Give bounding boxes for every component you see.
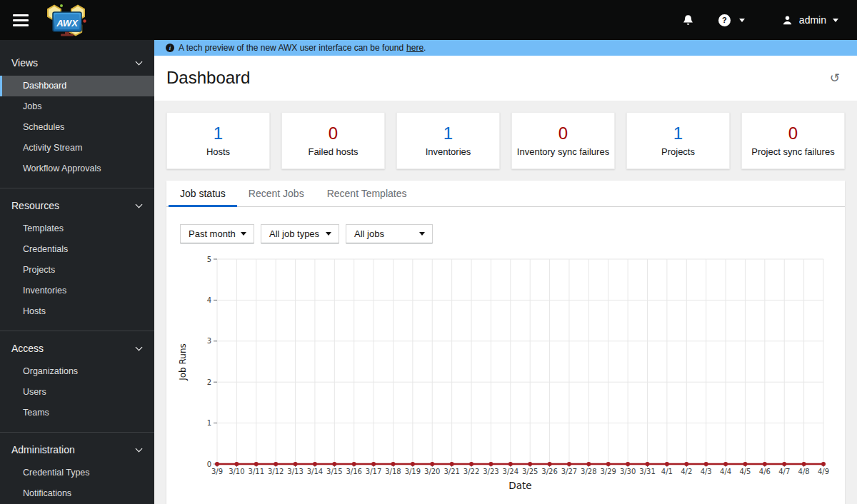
data-point: [665, 462, 669, 466]
sidebar-item-jobs[interactable]: Jobs: [0, 96, 154, 117]
stat-card-label: Inventory sync failures: [516, 146, 610, 157]
data-point: [469, 462, 473, 466]
stat-card-value[interactable]: 1: [401, 123, 495, 144]
masthead: AWX ? admin: [0, 0, 857, 40]
svg-text:5: 5: [207, 256, 211, 263]
stat-card-label: Failed hosts: [286, 146, 380, 157]
svg-text:3: 3: [207, 337, 211, 345]
job-status-chart: 3/93/103/113/123/133/143/153/163/173/183…: [176, 253, 848, 495]
svg-text:3/14: 3/14: [307, 468, 323, 475]
sidebar-item-templates[interactable]: Templates: [0, 218, 154, 239]
tab-job-status[interactable]: Job status: [169, 181, 237, 207]
menu-toggle-button[interactable]: [13, 14, 29, 26]
stat-card-label: Hosts: [171, 146, 265, 157]
nav-section-administration: AdministrationCredential TypesNotificati…: [0, 432, 154, 504]
sidebar-item-workflow-approvals[interactable]: Workflow Approvals: [0, 158, 154, 179]
sidebar-item-dashboard[interactable]: Dashboard: [0, 76, 154, 96]
data-point: [254, 462, 259, 466]
tab-recent-templates[interactable]: Recent Templates: [316, 181, 419, 207]
sidebar-item-activity-stream[interactable]: Activity Stream: [0, 138, 154, 158]
nav-section-header-resources[interactable]: Resources: [0, 191, 154, 218]
data-point: [508, 462, 513, 466]
history-button[interactable]: ↺: [830, 72, 840, 84]
svg-text:3/18: 3/18: [385, 468, 401, 475]
data-point: [313, 462, 317, 466]
nav-section-header-administration[interactable]: Administration: [0, 435, 154, 463]
history-icon: ↺: [830, 71, 840, 85]
stat-card-value[interactable]: 1: [631, 123, 725, 144]
sidebar-item-credential-types[interactable]: Credential Types: [0, 463, 154, 483]
svg-text:4/4: 4/4: [720, 468, 731, 475]
user-menu[interactable]: admin: [782, 14, 838, 26]
svg-text:4/1: 4/1: [661, 468, 673, 475]
svg-text:3/11: 3/11: [249, 468, 264, 475]
tab-bar: Job statusRecent JobsRecent Templates: [166, 181, 845, 207]
sidebar-item-organizations[interactable]: Organizations: [0, 361, 154, 382]
svg-text:3/21: 3/21: [443, 468, 459, 475]
nav-section-header-access[interactable]: Access: [0, 334, 154, 361]
sidebar-item-credentials[interactable]: Credentials: [0, 239, 154, 260]
nav-section-header-views[interactable]: Views: [0, 49, 154, 76]
x-axis-labels: 3/93/103/113/123/133/143/153/163/173/183…: [211, 468, 829, 475]
tech-preview-banner: i A tech preview of the new AWX user int…: [154, 40, 857, 56]
awx-logo-icon: AWX: [44, 1, 89, 37]
sidebar-item-inventories[interactable]: Inventories: [0, 281, 154, 301]
data-point: [450, 462, 454, 466]
sidebar: ViewsDashboardJobsSchedulesActivity Stre…: [0, 40, 154, 504]
page-title: Dashboard: [166, 68, 250, 88]
section-label: Access: [11, 343, 44, 354]
caret-down-icon: [419, 232, 425, 236]
gridlines: [217, 259, 823, 464]
banner-here-link[interactable]: here: [406, 43, 424, 53]
stat-card-value[interactable]: 0: [516, 123, 610, 144]
sidebar-item-schedules[interactable]: Schedules: [0, 117, 154, 138]
nav-items: TemplatesCredentialsProjectsInventoriesH…: [0, 218, 154, 322]
data-point: [411, 462, 415, 466]
data-point: [528, 462, 532, 466]
data-point: [821, 462, 826, 466]
data-point: [684, 462, 688, 466]
svg-text:3/24: 3/24: [503, 468, 518, 475]
filter-toolbar: Past monthAll job typesAll jobs: [166, 207, 845, 243]
filter-select-all-jobs[interactable]: All jobs: [346, 224, 433, 243]
stat-card-label: Project sync failures: [746, 146, 840, 157]
awx-logo[interactable]: AWX: [44, 1, 89, 40]
help-menu[interactable]: ?: [718, 14, 745, 26]
svg-text:3/19: 3/19: [405, 468, 421, 475]
data-point: [586, 462, 591, 466]
svg-text:AWX: AWX: [56, 18, 79, 29]
stat-card-value[interactable]: 0: [286, 123, 380, 144]
sidebar-item-notifications[interactable]: Notifications: [0, 483, 154, 504]
data-point: [646, 462, 650, 466]
svg-text:3/23: 3/23: [483, 468, 498, 475]
svg-text:3/16: 3/16: [346, 468, 361, 475]
chevron-down-icon: [739, 19, 745, 22]
sidebar-item-projects[interactable]: Projects: [0, 260, 154, 281]
tab-recent-jobs[interactable]: Recent Jobs: [237, 181, 316, 207]
dashboard-content: 1Hosts0Failed hosts1Inventories0Inventor…: [154, 101, 857, 504]
svg-text:3/29: 3/29: [601, 468, 616, 475]
svg-text:3/25: 3/25: [522, 468, 538, 475]
stat-card-failed-hosts: 0Failed hosts: [281, 112, 385, 169]
stat-card-value[interactable]: 0: [746, 123, 840, 144]
chevron-down-icon: [136, 343, 143, 351]
question-circle-icon: ?: [718, 14, 731, 26]
sidebar-item-users[interactable]: Users: [0, 382, 154, 403]
svg-text:4/7: 4/7: [778, 468, 790, 475]
svg-text:4/8: 4/8: [798, 468, 810, 475]
svg-text:3/10: 3/10: [229, 468, 244, 475]
stat-card-project-sync-failures: 0Project sync failures: [741, 112, 845, 169]
filter-select-past-month[interactable]: Past month: [180, 224, 254, 243]
stat-card-value[interactable]: 1: [171, 123, 265, 144]
notifications-button[interactable]: [682, 14, 694, 26]
sidebar-item-hosts[interactable]: Hosts: [0, 301, 154, 322]
sidebar-item-teams[interactable]: Teams: [0, 403, 154, 423]
data-point: [723, 462, 728, 466]
filter-select-all-job-types[interactable]: All job types: [261, 224, 339, 243]
svg-text:4: 4: [207, 296, 211, 304]
chevron-down-icon: [136, 58, 143, 65]
svg-text:3/22: 3/22: [463, 468, 479, 475]
data-point: [704, 462, 708, 466]
select-value: Past month: [189, 228, 236, 239]
svg-text:3/15: 3/15: [326, 468, 342, 475]
